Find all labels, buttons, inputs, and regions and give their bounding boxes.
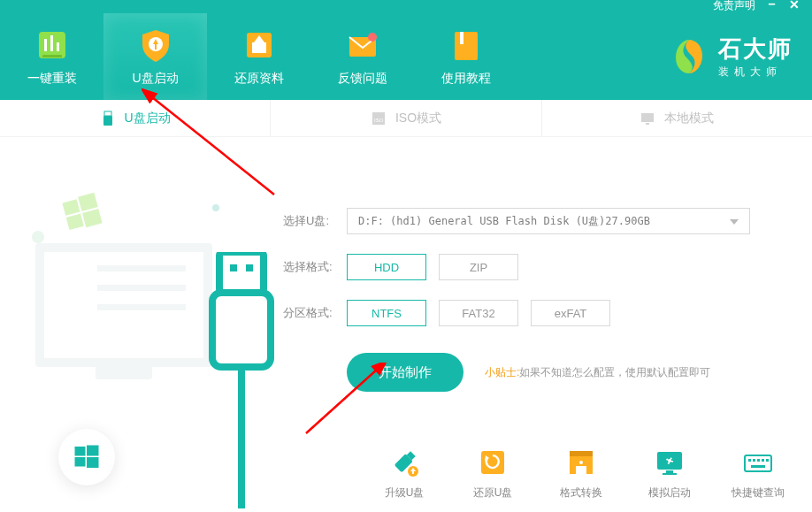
svg-rect-23 — [230, 264, 237, 271]
format-hdd-button[interactable]: HDD — [347, 254, 426, 280]
tool-label: 格式转换 — [560, 485, 602, 501]
nav-usb-boot[interactable]: U盘启动 — [103, 13, 207, 100]
svg-rect-48 — [766, 459, 769, 462]
tab-label: U盘启动 — [125, 111, 171, 126]
svg-rect-34 — [481, 451, 504, 474]
usb-select[interactable]: D:F: (hd1) General USB Flash Disk (U盘)27… — [347, 208, 750, 234]
brand-name: 石大师 — [718, 34, 793, 65]
tab-local[interactable]: 本地模式 — [542, 100, 812, 136]
label-select-format: 选择格式: — [283, 259, 347, 275]
nav-label: 使用教程 — [441, 71, 491, 87]
close-button[interactable]: ✕ — [789, 0, 800, 11]
brand-tagline: 装机大师 — [718, 65, 793, 80]
minimize-button[interactable]: － — [765, 0, 778, 9]
nav-feedback[interactable]: 反馈问题 — [310, 13, 414, 100]
monitor-boot-icon — [652, 445, 687, 480]
nav-restore[interactable]: 还原资料 — [207, 13, 310, 100]
svg-rect-16 — [641, 113, 654, 122]
usb-icon — [100, 111, 116, 126]
svg-rect-19 — [78, 193, 98, 211]
tool-hotkey-query[interactable]: 快捷键查询 — [724, 445, 793, 503]
tool-restore-usb[interactable]: 还原U盘 — [458, 445, 527, 503]
windows-icon — [59, 190, 104, 235]
partition-exfat-button[interactable]: exFAT — [531, 300, 610, 326]
svg-text:ISO: ISO — [374, 118, 384, 123]
nav-tutorial[interactable]: 使用教程 — [414, 13, 517, 100]
svg-rect-12 — [104, 111, 111, 116]
tip-body: 如果不知道怎么配置，使用默认配置即可 — [519, 366, 710, 378]
svg-rect-20 — [66, 214, 84, 231]
tab-usb-boot[interactable]: U盘启动 — [0, 100, 271, 136]
reinstall-icon — [34, 27, 71, 64]
svg-rect-25 — [212, 293, 271, 367]
tool-label: 还原U盘 — [473, 485, 513, 501]
nav-label: 一键重装 — [27, 71, 77, 87]
tab-label: ISO模式 — [395, 111, 441, 126]
svg-rect-43 — [745, 455, 771, 471]
svg-rect-44 — [748, 459, 751, 462]
tool-upgrade-usb[interactable]: 升级U盘 — [370, 445, 439, 503]
disk-convert-icon — [563, 445, 599, 480]
svg-point-9 — [368, 33, 377, 42]
brand-logo: 石大师 装机大师 — [669, 13, 812, 100]
svg-rect-2 — [50, 35, 53, 51]
monitor-graphic — [35, 243, 212, 367]
illustration — [35, 164, 265, 429]
svg-rect-11 — [460, 32, 463, 44]
svg-rect-17 — [646, 123, 649, 125]
svg-rect-49 — [751, 465, 765, 468]
svg-rect-4 — [42, 55, 62, 57]
nav-reinstall[interactable]: 一键重装 — [0, 13, 103, 100]
tool-label: 模拟启动 — [648, 485, 691, 501]
nav-label: U盘启动 — [132, 71, 178, 87]
nav-label: 反馈问题 — [338, 71, 387, 87]
start-button[interactable]: 开始制作 — [347, 353, 463, 392]
book-icon — [448, 27, 485, 64]
svg-rect-21 — [82, 209, 103, 227]
iso-icon: ISO — [371, 111, 387, 126]
nav-label: 还原资料 — [234, 71, 284, 87]
tip-head: 小贴士: — [485, 366, 519, 378]
tab-iso[interactable]: ISO ISO模式 — [271, 100, 541, 136]
tip-text: 小贴士:如果不知道怎么配置，使用默认配置即可 — [485, 365, 710, 380]
monitor-icon — [640, 111, 655, 126]
svg-rect-37 — [576, 466, 586, 474]
svg-rect-45 — [753, 459, 755, 462]
tool-label: 升级U盘 — [385, 485, 425, 501]
svg-rect-22 — [219, 252, 264, 293]
svg-rect-3 — [57, 42, 59, 51]
partition-ntfs-button[interactable]: NTFS — [347, 300, 426, 326]
tab-label: 本地模式 — [664, 111, 714, 126]
svg-rect-36 — [570, 451, 593, 456]
label-partition-format: 分区格式: — [283, 305, 347, 321]
svg-rect-10 — [455, 32, 478, 60]
partition-fat32-button[interactable]: FAT32 — [439, 300, 518, 326]
keyboard-icon — [740, 445, 776, 480]
tool-label: 快捷键查询 — [732, 485, 785, 501]
usb-restore-icon — [475, 445, 510, 480]
svg-rect-7 — [252, 42, 266, 53]
usb-select-value: D:F: (hd1) General USB Flash Disk (U盘)27… — [358, 214, 650, 229]
bottom-toolbar: 升级U盘 还原U盘 格式转换 模拟启动 快捷键查询 — [0, 445, 812, 512]
tool-simulate-boot[interactable]: 模拟启动 — [635, 445, 704, 503]
tool-format-convert[interactable]: 格式转换 — [547, 445, 616, 503]
svg-rect-40 — [666, 470, 673, 473]
svg-point-38 — [579, 461, 583, 464]
restore-box-icon — [241, 27, 278, 64]
label-select-usb: 选择U盘: — [283, 213, 347, 229]
format-zip-button[interactable]: ZIP — [439, 254, 518, 280]
svg-rect-24 — [246, 264, 253, 271]
svg-rect-46 — [757, 459, 760, 462]
svg-rect-41 — [663, 473, 677, 475]
sub-tabs: U盘启动 ISO ISO模式 本地模式 — [0, 100, 812, 137]
shield-usb-icon — [137, 27, 174, 64]
usb-upgrade-icon — [387, 445, 422, 480]
svg-rect-1 — [44, 39, 47, 51]
svg-point-42 — [668, 459, 671, 462]
disclaimer-link[interactable]: 免责声明 — [713, 0, 755, 11]
envelope-icon — [344, 27, 381, 64]
svg-rect-13 — [103, 116, 112, 126]
main-nav: 一键重装 U盘启动 还原资料 反馈问题 使用教程 石大师 装机大师 — [0, 13, 812, 100]
logo-icon — [669, 36, 709, 77]
svg-rect-47 — [762, 459, 764, 462]
